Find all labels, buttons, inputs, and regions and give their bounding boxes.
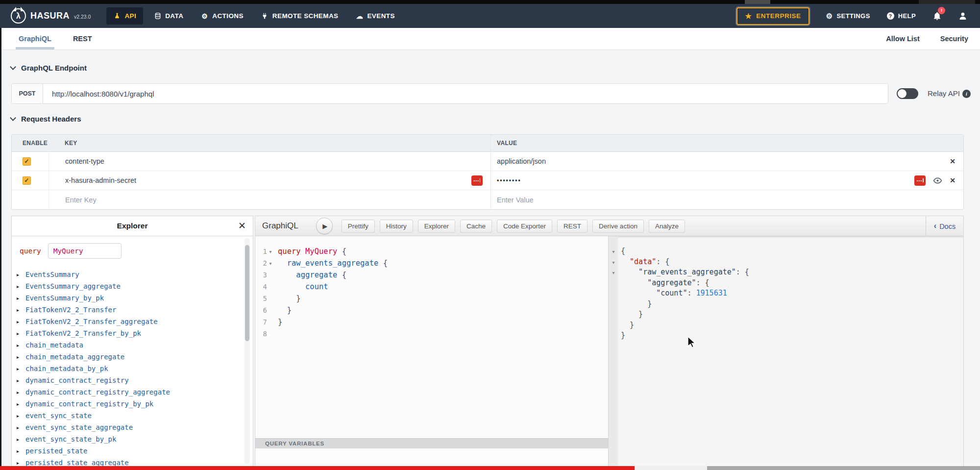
user-menu-button[interactable] — [958, 11, 967, 21]
remove-header-icon[interactable]: ✕ — [950, 176, 956, 184]
triangle-right-icon[interactable]: ▸ — [17, 354, 25, 360]
header-value[interactable]: application/json — [497, 157, 546, 165]
tab-rest[interactable]: REST — [73, 28, 92, 49]
explorer-field[interactable]: ▸event_sync_state_aggregate — [17, 421, 241, 433]
explorer-field[interactable]: ▸event_sync_state_by_pk — [17, 433, 241, 445]
toolbar-button-code-exporter[interactable]: Code Exporter — [497, 220, 552, 233]
explorer-scrollbar[interactable] — [245, 238, 250, 464]
triangle-right-icon[interactable]: ▸ — [17, 296, 25, 301]
nav-item-events[interactable]: ☁ EVENTS — [349, 7, 401, 25]
gutter-line: 4 — [255, 281, 275, 293]
settings-button[interactable]: ⚙ SETTINGS — [826, 12, 870, 21]
close-icon[interactable]: ✕ — [238, 220, 246, 231]
triangle-right-icon[interactable]: ▸ — [17, 343, 25, 348]
nav-item-label: API — [124, 12, 136, 20]
explorer-field[interactable]: ▸EventsSummary — [17, 269, 241, 280]
info-icon[interactable]: i — [962, 90, 971, 98]
video-progress-bar[interactable] — [0, 466, 980, 470]
header-key[interactable]: content-type — [65, 157, 104, 165]
triangle-right-icon[interactable]: ▸ — [17, 272, 25, 277]
explorer-field[interactable]: ▸persisted_state — [17, 445, 241, 457]
explorer-field[interactable]: ▸dynamic_contract_registry — [17, 374, 241, 386]
toolbar-button-prettify[interactable]: Prettify — [342, 220, 375, 233]
toolbar-button-history[interactable]: History — [380, 220, 413, 233]
request-headers-section-header[interactable]: Request Headers — [11, 115, 81, 123]
explorer-field[interactable]: ▸chain_metadata_aggregate — [17, 351, 241, 363]
triangle-right-icon[interactable]: ▸ — [17, 390, 25, 395]
pane-divider[interactable]: ▾▾▾ — [608, 236, 618, 467]
triangle-right-icon[interactable]: ▸ — [17, 378, 25, 383]
lastpass-icon[interactable] — [471, 175, 483, 186]
triangle-right-icon[interactable]: ▸ — [17, 460, 25, 466]
docs-button[interactable]: ‹ Docs — [926, 216, 963, 236]
triangle-right-icon[interactable]: ▸ — [17, 437, 25, 442]
explorer-field-label: EventsSummary_by_pk — [25, 294, 104, 302]
nav-item-data[interactable]: DATA — [147, 7, 190, 25]
triangle-right-icon[interactable]: ▸ — [17, 331, 25, 336]
toolbar-button-explorer[interactable]: Explorer — [418, 220, 455, 233]
fold-arrow-icon[interactable]: ▾ — [267, 261, 274, 266]
enable-checkbox[interactable]: ✓ — [23, 157, 31, 166]
enter-key-input[interactable]: Enter Key — [65, 196, 97, 204]
triangle-right-icon[interactable]: ▸ — [17, 448, 25, 454]
graphql-endpoint-section-header[interactable]: GraphQL Endpoint — [11, 64, 87, 72]
tab-graphiql[interactable]: GraphiQL — [19, 28, 51, 49]
query-variables-editor[interactable] — [255, 448, 608, 467]
query-variables-bar[interactable]: QUERY VARIABLES — [255, 438, 608, 448]
explorer-field[interactable]: ▸chain_metadata_by_pk — [17, 363, 241, 374]
person-icon — [958, 11, 967, 21]
toolbar-button-rest[interactable]: REST — [557, 220, 588, 233]
endpoint-url-input[interactable] — [43, 84, 888, 103]
enter-value-input[interactable]: Enter Value — [497, 196, 534, 204]
tab-allow-list[interactable]: Allow List — [886, 28, 919, 49]
notifications-button[interactable]: ! — [932, 11, 942, 21]
explorer-field[interactable]: ▸event_sync_state — [17, 410, 241, 421]
header-key[interactable]: x-hasura-admin-secret — [65, 176, 136, 184]
lastpass-icon[interactable] — [914, 175, 926, 186]
enable-checkbox[interactable]: ✓ — [23, 176, 31, 185]
nav-item-actions[interactable]: ⚙ ACTIONS — [194, 7, 250, 25]
header-row-content-type: ✓ content-type application/json ✕ — [12, 152, 963, 171]
explorer-field[interactable]: ▸FiatTokenV2_2_Transfer — [17, 304, 241, 316]
explorer-field[interactable]: ▸dynamic_contract_registry_by_pk — [17, 398, 241, 410]
reveal-value-eye-icon[interactable] — [933, 176, 942, 185]
nav-item-remote-schemas[interactable]: REMOTE SCHEMAS — [254, 7, 345, 25]
toolbar-button-derive-action[interactable]: Derive action — [592, 220, 644, 233]
fold-arrow-icon[interactable]: ▾ — [267, 249, 274, 254]
explorer-field-label: dynamic_contract_registry_by_pk — [25, 400, 153, 408]
progress-remaining — [707, 466, 980, 470]
brand[interactable]: λ HASURA v2.23.0 — [11, 8, 91, 24]
triangle-right-icon[interactable]: ▸ — [17, 366, 25, 371]
triangle-right-icon[interactable]: ▸ — [17, 307, 25, 313]
toolbar-button-analyze[interactable]: Analyze — [649, 220, 685, 233]
explorer-field-label: dynamic_contract_registry_aggregate — [25, 388, 170, 396]
toolbar-button-list: PrettifyHistoryExplorerCacheCode Exporte… — [342, 220, 685, 233]
triangle-right-icon[interactable]: ▸ — [17, 413, 25, 419]
header-value-masked[interactable]: •••••••• — [497, 177, 521, 184]
cloud-icon: ☁ — [356, 12, 363, 20]
toolbar-button-cache[interactable]: Cache — [460, 220, 492, 233]
triangle-right-icon[interactable]: ▸ — [17, 319, 25, 324]
tab-security[interactable]: Security — [940, 28, 968, 49]
triangle-right-icon[interactable]: ▸ — [17, 401, 25, 407]
triangle-right-icon[interactable]: ▸ — [17, 425, 25, 430]
explorer-field[interactable]: ▸EventsSummary_by_pk — [17, 292, 241, 304]
query-name-input[interactable] — [48, 243, 122, 259]
remove-header-icon[interactable]: ✕ — [950, 157, 956, 165]
execute-query-button[interactable]: ▶ — [316, 218, 333, 234]
enterprise-button[interactable]: ★ ENTERPRISE — [736, 7, 809, 25]
explorer-field[interactable]: ▸chain_metadata — [17, 339, 241, 351]
scrollbar-thumb[interactable] — [245, 245, 249, 341]
relay-api-toggle[interactable] — [897, 88, 918, 99]
column-header-key: KEY — [49, 135, 490, 151]
explorer-field[interactable]: ▸FiatTokenV2_2_Transfer_aggregate — [17, 316, 241, 327]
triangle-right-icon[interactable]: ▸ — [17, 284, 25, 289]
explorer-field[interactable]: ▸EventsSummary_aggregate — [17, 280, 241, 292]
explorer-field-label: persisted_state_aggregate — [25, 459, 129, 467]
query-code[interactable]: query MyQuery { raw_events_aggregate { a… — [278, 246, 388, 340]
nav-item-api[interactable]: API — [106, 7, 143, 25]
explorer-field[interactable]: ▸dynamic_contract_registry_aggregate — [17, 386, 241, 398]
help-button[interactable]: ? HELP — [887, 12, 916, 20]
tab-label: Security — [940, 35, 968, 43]
explorer-field[interactable]: ▸FiatTokenV2_2_Transfer_by_pk — [17, 327, 241, 339]
